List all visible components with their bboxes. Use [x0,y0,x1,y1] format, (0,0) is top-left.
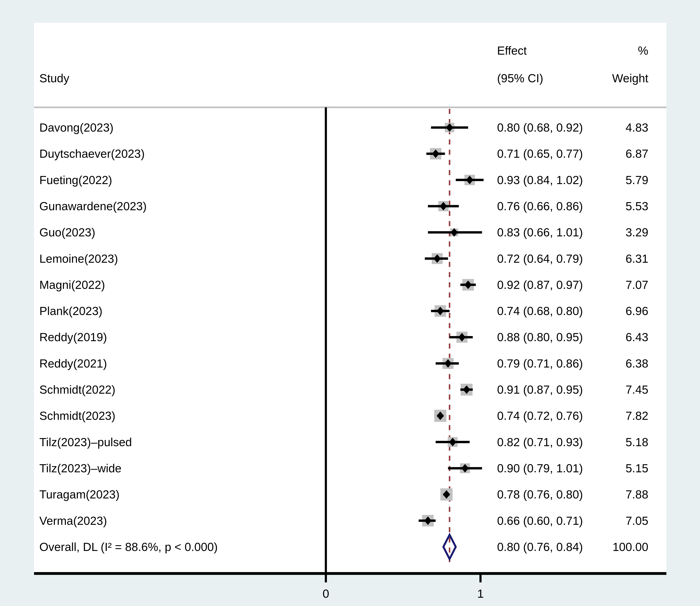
weight-column-header-line1: % [638,44,648,57]
overall-weight-value: 100.00 [613,540,648,554]
effect-ci-value: 0.88 (0.80, 0.95) [497,330,583,344]
study-label: Schmidt(2023) [39,409,115,422]
weight-value: 7.82 [626,409,648,422]
study-label: Verma(2023) [39,514,107,527]
study-label: Tilz(2023)–pulsed [39,436,132,449]
effect-ci-value: 0.83 (0.66, 1.01) [497,226,583,239]
study-label: Davong(2023) [39,121,114,134]
overall-label: Overall, DL (I² = 88.6%, p < 0.000) [39,540,218,554]
effect-ci-value: 0.72 (0.64, 0.79) [497,252,583,265]
study-label: Guo(2023) [39,226,95,239]
effect-ci-value: 0.71 (0.65, 0.77) [497,147,583,160]
study-label: Plank(2023) [39,304,103,318]
effect-ci-value: 0.74 (0.72, 0.76) [497,409,583,422]
study-label: Reddy(2019) [39,330,107,344]
effect-ci-value: 0.74 (0.68, 0.80) [497,304,583,318]
effect-ci-value: 0.66 (0.60, 0.71) [497,514,583,527]
overall-effect-ci-value: 0.80 (0.76, 0.84) [497,540,583,554]
study-label: Fueting(2022) [39,173,112,187]
effect-ci-value: 0.79 (0.71, 0.86) [497,357,583,370]
study-label: Lemoine(2023) [39,252,118,265]
study-label: Turagam(2023) [39,488,119,501]
study-label: Magni(2022) [39,278,105,292]
weight-value: 4.83 [626,121,648,134]
weight-value: 7.88 [626,488,648,501]
weight-value: 7.05 [626,514,648,527]
study-label: Gunawardene(2023) [39,200,147,213]
weight-value: 6.38 [626,357,648,370]
weight-value: 5.53 [626,200,648,213]
weight-value: 6.43 [626,330,648,344]
study-label: Schmidt(2022) [39,383,115,396]
study-label: Reddy(2021) [39,357,107,370]
weight-value: 5.79 [626,173,648,187]
weight-value: 5.15 [626,462,648,475]
effect-ci-value: 0.78 (0.76, 0.80) [497,488,583,501]
weight-value: 3.29 [626,226,648,239]
x-axis-tick-label-1: 1 [477,587,484,600]
weight-value: 7.07 [626,278,648,292]
study-label: Duytschaever(2023) [39,147,145,160]
weight-value: 6.31 [626,252,648,265]
effect-column-header-line1: Effect [497,44,527,57]
forest-plot-page: Study Effect (95% CI) % Weight Davong(20… [0,0,700,606]
effect-ci-value: 0.91 (0.87, 0.95) [497,383,583,396]
weight-value: 7.45 [626,383,648,396]
effect-ci-value: 0.93 (0.84, 1.02) [497,173,583,187]
effect-ci-value: 0.92 (0.87, 0.97) [497,278,583,292]
weight-value: 6.87 [626,147,648,160]
forest-plot: Study Effect (95% CI) % Weight Davong(20… [0,0,700,606]
effect-ci-value: 0.76 (0.66, 0.86) [497,200,583,213]
x-axis-tick-label-0: 0 [322,587,329,600]
study-label: Tilz(2023)–wide [39,462,121,475]
effect-ci-value: 0.90 (0.79, 1.01) [497,462,583,475]
study-column-header: Study [39,72,69,85]
effect-ci-value: 0.82 (0.71, 0.93) [497,436,583,449]
weight-value: 6.96 [626,304,648,318]
effect-ci-value: 0.80 (0.68, 0.92) [497,121,583,134]
weight-value: 5.18 [626,436,648,449]
weight-column-header-line2: Weight [612,72,648,85]
effect-column-header-line2: (95% CI) [497,72,543,85]
